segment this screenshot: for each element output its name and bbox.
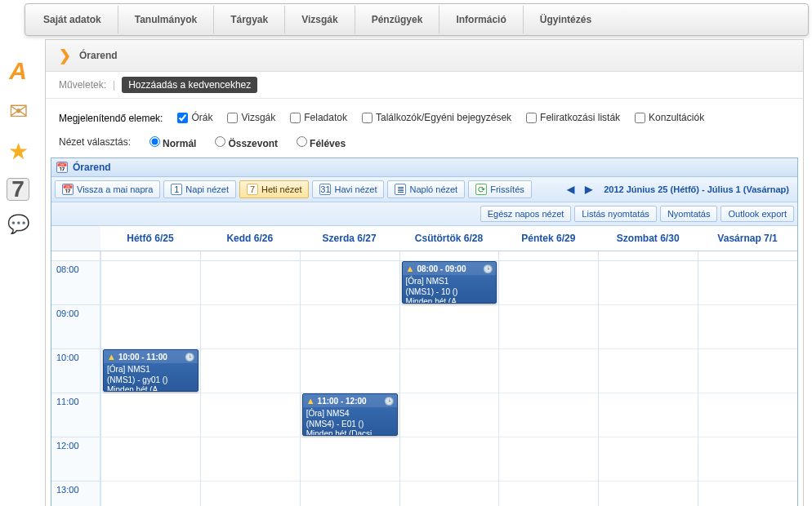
menu-administration[interactable]: Ügyintézés: [524, 6, 608, 33]
view-semester[interactable]: Féléves: [292, 134, 346, 149]
refresh-button[interactable]: ⟳Frissítés: [468, 180, 532, 198]
week-view-icon: 7: [247, 184, 258, 195]
warning-icon: ▲: [107, 352, 116, 362]
hour-10: 10:00: [51, 349, 100, 393]
event-line3: Minden hét (A: [107, 385, 194, 392]
day-view-button[interactable]: 1Napi nézet: [163, 180, 236, 198]
view-semester-radio[interactable]: [297, 136, 307, 147]
schedule-title-bar: 📅 Órarend: [51, 158, 797, 177]
day-col-mon[interactable]: ▲10:00 - 11:00🕒[Óra] NMS1(NMS1) - gy01 (…: [100, 261, 200, 506]
week-view-button[interactable]: 7Heti nézet: [239, 180, 310, 198]
filter-signup-lists[interactable]: Feliratkozási listák: [523, 110, 620, 126]
go-to-today-button[interactable]: 📅Vissza a mai napra: [55, 180, 160, 198]
hour-13: 13:00: [51, 482, 100, 506]
day-col-sat[interactable]: [598, 261, 698, 506]
star-icon[interactable]: ★: [8, 138, 29, 165]
event-line1: [Óra] NMS1: [107, 365, 194, 375]
menu-studies[interactable]: Tanulmányok: [118, 6, 214, 33]
schedule-title: Órarend: [73, 162, 111, 173]
panel-header: ❯ Órarend: [46, 40, 803, 72]
add-to-favorites-button[interactable]: Hozzáadás a kedvencekhez: [122, 77, 257, 93]
event-time: 11:00 - 12:00: [318, 397, 367, 406]
hour-08: 08:00: [51, 261, 100, 305]
schedule-panel: ❯ Órarend Műveletek: | Hozzáadás a kedve…: [45, 39, 804, 506]
filter-exams-checkbox[interactable]: [227, 113, 238, 123]
clock-icon: 🕒: [483, 264, 493, 273]
view-merged[interactable]: Összevont: [211, 134, 278, 149]
collapse-icon[interactable]: ❯: [59, 47, 71, 64]
menu-information[interactable]: Információ: [439, 6, 523, 33]
filter-consultations-checkbox[interactable]: [635, 113, 645, 123]
print-button[interactable]: Nyomtatás: [660, 206, 718, 222]
today-icon: 📅: [62, 184, 74, 195]
outlook-export-button[interactable]: Outlook export: [721, 206, 794, 222]
log-view-button[interactable]: ≣Napló nézet: [387, 180, 465, 198]
day-header-tue[interactable]: Kedd 6/26: [200, 226, 300, 251]
clock-icon: 🕒: [384, 397, 394, 406]
day-col-thu[interactable]: ▲08:00 - 09:00🕒[Óra] NMS1(NMS1) - 10 ()M…: [399, 261, 499, 506]
filter-exams[interactable]: Vizsgák: [224, 110, 275, 126]
view-merged-radio[interactable]: [215, 136, 225, 147]
refresh-icon: ⟳: [475, 184, 487, 195]
day-header-row: Hétfő 6/25 Kedd 6/26 Szerda 6/27 Csütört…: [51, 226, 797, 251]
page-title: Órarend: [79, 50, 118, 61]
event-line1: [Óra] NMS1: [406, 277, 493, 287]
prev-week-button[interactable]: ◀: [563, 181, 578, 198]
month-view-button[interactable]: 31Havi nézet: [312, 180, 384, 198]
calendar-grid: Hétfő 6/25 Kedd 6/26 Szerda 6/27 Csütört…: [51, 226, 797, 506]
menu-personal-data[interactable]: Saját adatok: [27, 6, 118, 33]
filter-tasks-checkbox[interactable]: [290, 113, 301, 123]
menu-exams[interactable]: Vizsgák: [285, 6, 355, 33]
hour-11: 11:00: [51, 393, 100, 437]
time-gutter-header: [51, 226, 100, 251]
view-normal[interactable]: Normál: [145, 134, 196, 149]
day-header-mon[interactable]: Hétfő 6/25: [100, 226, 200, 251]
clock-icon: 🕒: [185, 353, 194, 362]
event-time: 10:00 - 11:00: [118, 353, 167, 362]
menu-finances[interactable]: Pénzügyek: [355, 6, 440, 33]
date-range-label: 2012 Június 25 (Hétfő) - Július 1 (Vasár…: [599, 184, 794, 194]
filter-consultations[interactable]: Konzultációk: [631, 110, 704, 126]
day-col-sun[interactable]: [698, 261, 797, 506]
day-col-fri[interactable]: [498, 261, 598, 506]
display-elements-label: Megjelenítendő elemek:: [59, 113, 163, 124]
event-line3: Minden hét (Dacsi: [306, 429, 394, 436]
day-col-wed[interactable]: ▲11:00 - 12:00🕒[Óra] NMS4(NMS4) - E01 ()…: [300, 261, 399, 506]
day-header-fri[interactable]: Péntek 6/29: [498, 226, 598, 251]
filter-tasks[interactable]: Feladatok: [287, 110, 347, 126]
left-icon-strip: A ✉ ★ 7 💬: [0, 49, 36, 235]
view-normal-radio[interactable]: [149, 136, 160, 147]
warning-icon: ▲: [306, 396, 315, 406]
mail-icon[interactable]: ✉: [9, 98, 28, 125]
time-gutter: 08:00 09:00 10:00 11:00 12:00 13:00: [51, 261, 100, 506]
all-day-view-button[interactable]: Egész napos nézet: [480, 206, 572, 222]
day-header-wed[interactable]: Szerda 6/27: [300, 226, 399, 251]
day-header-sat[interactable]: Szombat 6/30: [598, 226, 698, 251]
view-mode-label: Nézet választás:: [59, 136, 131, 148]
calendar-icon-day: 7: [11, 176, 25, 202]
calendar-event[interactable]: ▲11:00 - 12:00🕒[Óra] NMS4(NMS4) - E01 ()…: [302, 393, 398, 436]
schedule-icon: 📅: [56, 162, 68, 173]
warning-icon: ▲: [406, 264, 415, 273]
schedule-toolbar: 📅Vissza a mai napra 1Napi nézet 7Heti né…: [51, 177, 797, 202]
list-print-button[interactable]: Listás nyomtatás: [574, 206, 657, 222]
event-line1: [Óra] NMS4: [306, 409, 394, 419]
day-header-thu[interactable]: Csütörtök 6/28: [399, 226, 499, 251]
calendar-event[interactable]: ▲08:00 - 09:00🕒[Óra] NMS1(NMS1) - 10 ()M…: [402, 261, 497, 304]
schedule-widget: 📅 Órarend 📅Vissza a mai napra 1Napi néze…: [51, 158, 798, 506]
calendar-icon[interactable]: 7: [7, 178, 29, 201]
filter-meetings[interactable]: Találkozók/Egyéni bejegyzések: [359, 110, 511, 126]
filter-classes[interactable]: Órák: [174, 110, 212, 126]
chat-icon[interactable]: 💬: [7, 214, 29, 235]
day-header-sun[interactable]: Vasárnap 7/1: [698, 226, 797, 251]
hour-grid: 08:00 09:00 10:00 11:00 12:00 13:00 ▲10:…: [51, 261, 797, 506]
next-week-button[interactable]: ▶: [581, 181, 596, 198]
filter-signup-lists-checkbox[interactable]: [526, 113, 537, 123]
letter-a-icon[interactable]: A: [9, 57, 27, 85]
calendar-event[interactable]: ▲10:00 - 11:00🕒[Óra] NMS1(NMS1) - gy01 (…: [103, 349, 199, 392]
day-col-tue[interactable]: [200, 261, 300, 506]
filter-classes-checkbox[interactable]: [177, 113, 188, 123]
hour-12: 12:00: [51, 437, 100, 482]
filter-meetings-checkbox[interactable]: [362, 113, 373, 123]
menu-subjects[interactable]: Tárgyak: [214, 6, 285, 33]
